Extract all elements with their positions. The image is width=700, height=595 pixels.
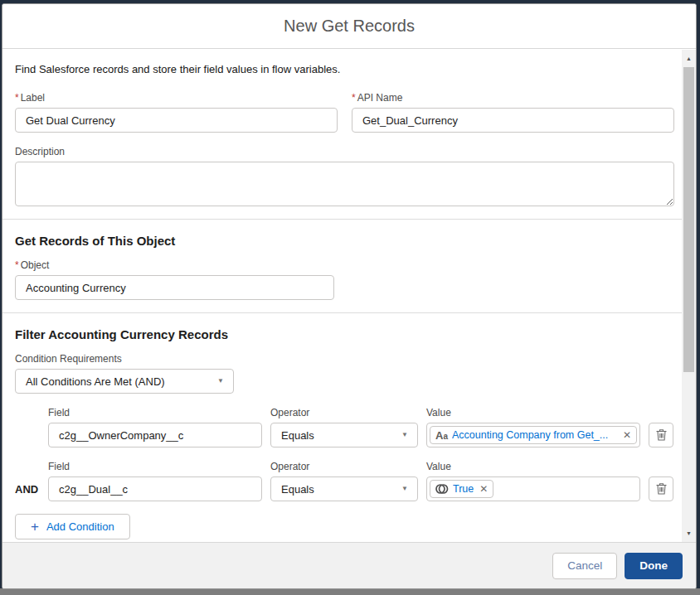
value-pill-label: Accounting Company from Get_... [452,429,617,441]
new-get-records-modal: New Get Records Find Salesforce records … [2,3,697,589]
trash-icon [655,428,668,442]
label-input[interactable] [15,108,338,133]
chevron-down-icon: ▼ [217,378,224,385]
operator-column-label: Operator [270,461,418,472]
chevron-down-icon: ▼ [401,432,408,438]
modal-body: Find Salesforce records and store their … [2,50,696,542]
delete-condition-button[interactable] [649,423,673,447]
scroll-down-icon[interactable]: ▼ [682,526,696,540]
plus-icon: + [31,520,39,534]
background-canvas-strip [0,588,700,595]
description-field-group: Description [15,146,674,206]
remove-value-icon[interactable]: ✕ [479,484,488,494]
delete-condition-button[interactable] [649,476,673,501]
condition-requirements-label: Condition Requirements [15,353,674,365]
value-column-label: Value [426,461,640,472]
condition-row-1-labels: Field Operator Value [15,407,674,418]
modal-content: Find Salesforce records and store their … [2,50,696,542]
scroll-up-icon[interactable]: ▲ [682,51,696,65]
intro-text: Find Salesforce records and store their … [15,63,674,75]
description-field-label: Description [15,146,674,157]
condition-logic-prefix: AND [15,483,40,496]
label-api-row: *Label *API Name [15,92,674,133]
done-button[interactable]: Done [625,553,683,579]
condition-1-value-input[interactable]: Aa Accounting Company from Get_... ✕ [426,423,640,447]
add-condition-label: Add Condition [46,520,114,533]
value-column-label: Value [426,407,640,418]
api-name-field-label: *API Name [352,92,674,104]
text-type-icon: Aa [435,428,448,442]
value-pill[interactable]: True ✕ [430,480,493,498]
condition-row-2-labels: Field Operator Value [15,461,674,472]
filter-section-heading: Filter Accounting Currency Records [15,327,674,341]
value-pill-label: True [453,483,474,495]
required-marker: * [15,92,19,104]
field-column-label: Field [48,461,262,472]
cancel-button[interactable]: Cancel [552,553,617,579]
condition-2-value-input[interactable]: True ✕ [426,476,640,501]
section-divider [2,312,696,313]
trash-icon [655,482,668,496]
condition-2-operator-select[interactable]: Equals ▼ [270,476,418,501]
description-textarea[interactable] [15,162,674,206]
chevron-down-icon: ▼ [401,486,408,492]
remove-value-icon[interactable]: ✕ [623,430,631,440]
condition-requirements-select[interactable]: All Conditions Are Met (AND) ▼ [15,369,234,394]
section-divider [2,219,696,220]
required-marker: * [15,259,19,271]
toggle-icon [435,483,449,495]
field-column-label: Field [48,407,262,418]
condition-2-field-input[interactable] [48,476,262,501]
add-condition-button[interactable]: + Add Condition [15,514,130,539]
page-title: New Get Records [284,17,415,36]
object-section-heading: Get Records of This Object [15,234,674,248]
value-pill[interactable]: Aa Accounting Company from Get_... ✕ [430,426,637,444]
operator-column-label: Operator [270,407,418,418]
condition-1-operator-select[interactable]: Equals ▼ [270,423,418,447]
modal-header: New Get Records [2,4,696,49]
vertical-scrollbar[interactable]: ▲ ▼ [682,50,696,542]
label-field-label: *Label [15,92,338,104]
modal-footer: Cancel Done [2,542,696,588]
required-marker: * [352,92,356,104]
api-name-input[interactable] [352,108,674,133]
label-field-group: *Label [15,92,338,133]
condition-requirements-group: Condition Requirements All Conditions Ar… [15,353,674,394]
api-name-field-group: *API Name [352,92,674,133]
condition-row-1: Equals ▼ Aa Accounting Company from Get_… [15,423,674,447]
condition-row-2: AND Equals ▼ True ✕ [15,476,674,501]
object-field-group: *Object [15,259,674,300]
condition-1-field-input[interactable] [48,423,262,447]
scrollbar-thumb[interactable] [683,67,694,372]
object-input[interactable] [15,275,334,300]
condition-requirements-value: All Conditions Are Met (AND) [26,375,165,388]
object-field-label: *Object [15,259,674,271]
